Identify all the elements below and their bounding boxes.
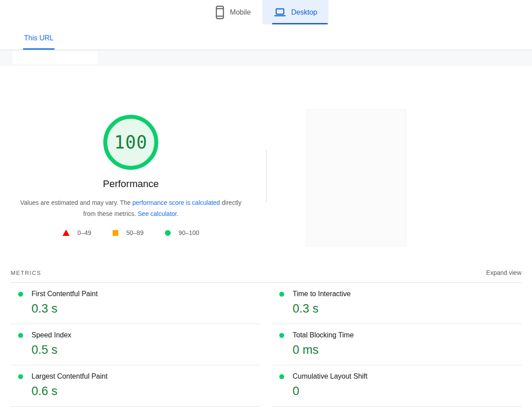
metric-value: 0.5 s	[31, 343, 260, 357]
pass-dot-icon	[18, 333, 23, 338]
summary-vertical-divider	[266, 150, 267, 202]
score-disclaimer: Values are estimated and may vary. The p…	[16, 197, 246, 219]
metrics-title: METRICS	[11, 270, 41, 276]
performance-score-gauge[interactable]: 100	[103, 115, 158, 170]
tab-desktop-label: Desktop	[291, 8, 317, 16]
tab-desktop[interactable]: Desktop	[262, 0, 329, 24]
metric-label: Total Blocking Time	[293, 331, 521, 339]
pass-dot-icon	[279, 333, 284, 338]
pass-circle-icon	[165, 230, 171, 236]
metric-label: Largest Contentful Paint	[31, 372, 260, 380]
category-title: Performance	[0, 178, 262, 190]
metric-value: 0	[293, 384, 521, 398]
pass-dot-icon	[18, 292, 23, 297]
performance-score-value: 100	[114, 132, 147, 153]
pass-dot-icon	[279, 374, 284, 379]
url-tab-bar: This URL	[0, 24, 532, 50]
metric-label: First Contentful Paint	[31, 290, 260, 298]
mobile-phone-icon	[215, 5, 225, 20]
legend-fail-range: 0–49	[78, 229, 91, 236]
metric-speed-index: Speed Index 0.5 s	[11, 324, 260, 365]
metric-cumulative-layout-shift: Cumulative Layout Shift 0	[272, 365, 521, 407]
performance-summary: 100 Performance Values are estimated and…	[0, 66, 532, 261]
legend-pass: 90–100	[165, 229, 200, 236]
metrics-grid: First Contentful Paint 0.3 s Time to Int…	[11, 283, 521, 407]
average-square-icon	[113, 230, 118, 236]
metric-total-blocking-time: Total Blocking Time 0 ms	[272, 324, 521, 365]
metrics-section: METRICS Expand view First Contentful Pai…	[11, 261, 521, 407]
metrics-header: METRICS Expand view	[11, 261, 521, 283]
metric-value: 0.3 s	[293, 302, 521, 316]
metric-largest-contentful-paint: Largest Contentful Paint 0.6 s	[11, 365, 260, 407]
tab-this-url[interactable]: This URL	[23, 34, 55, 50]
legend-average: 50–89	[113, 229, 144, 236]
url-bar	[0, 50, 532, 66]
desktop-laptop-icon	[274, 7, 286, 18]
fail-triangle-icon	[63, 230, 70, 236]
metric-value: 0 ms	[293, 343, 521, 357]
metric-label: Speed Index	[31, 331, 260, 339]
metric-value: 0.3 s	[31, 302, 260, 316]
disclaimer-text-start: Values are estimated and may vary. The	[20, 199, 133, 206]
metric-first-contentful-paint: First Contentful Paint 0.3 s	[11, 283, 260, 324]
page-screenshot-thumbnail	[306, 109, 406, 247]
metric-value: 0.6 s	[31, 384, 260, 398]
metric-label: Time to Interactive	[293, 290, 521, 298]
legend-pass-range: 90–100	[179, 229, 200, 236]
tab-mobile-label: Mobile	[230, 8, 251, 16]
score-calculated-link[interactable]: performance score is calculated	[133, 199, 220, 206]
pass-dot-icon	[18, 374, 23, 379]
expand-view-button[interactable]: Expand view	[486, 269, 521, 276]
device-tab-bar: Mobile Desktop	[0, 0, 532, 24]
legend-average-range: 50–89	[126, 229, 144, 236]
metric-label: Cumulative Layout Shift	[293, 372, 521, 380]
pass-dot-icon	[279, 292, 284, 297]
metric-time-to-interactive: Time to Interactive 0.3 s	[272, 283, 521, 324]
see-calculator-link[interactable]: See calculator.	[138, 210, 179, 217]
score-legend: 0–49 50–89 90–100	[0, 229, 262, 236]
legend-fail: 0–49	[63, 229, 91, 236]
tab-mobile[interactable]: Mobile	[203, 0, 262, 24]
url-redacted-box	[12, 51, 98, 64]
